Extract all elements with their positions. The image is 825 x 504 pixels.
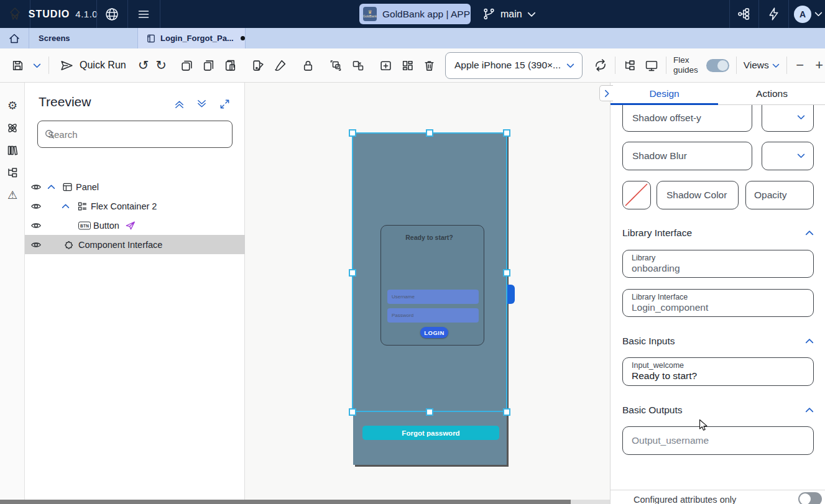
home-tab[interactable] xyxy=(0,28,29,48)
data-model-button[interactable] xyxy=(729,0,758,28)
tab-screens[interactable]: Screens xyxy=(29,28,138,48)
resize-handle-n[interactable] xyxy=(426,129,433,137)
configured-attributes-toggle[interactable] xyxy=(798,492,822,504)
refresh-button[interactable] xyxy=(593,57,608,73)
tree-item-component-interface[interactable]: Component Interface xyxy=(25,235,245,254)
library-books-icon[interactable] xyxy=(6,144,19,157)
paste-button[interactable] xyxy=(223,57,238,73)
save-dropdown-button[interactable] xyxy=(32,57,42,73)
shadow-blur-unit-dropdown[interactable] xyxy=(762,142,814,170)
trash-icon xyxy=(423,59,436,72)
undo-button[interactable]: ↺ xyxy=(138,57,149,73)
resize-handle-ne[interactable] xyxy=(503,129,510,137)
delete-button[interactable] xyxy=(422,57,437,73)
shadow-blur-field[interactable]: Shadow Blur xyxy=(622,142,752,170)
preview-monitor-button[interactable] xyxy=(644,57,659,73)
save-button[interactable] xyxy=(10,57,25,73)
brush-button[interactable] xyxy=(273,57,288,73)
device-selector[interactable]: Apple iPhone 15 (390×... xyxy=(445,52,583,79)
quick-actions-button[interactable] xyxy=(758,0,788,28)
tree-structure-icon[interactable] xyxy=(6,167,19,179)
shadow-color-field[interactable]: Shadow Color xyxy=(657,181,739,209)
horizontal-scrollbar[interactable] xyxy=(0,500,610,504)
button-component-icon: BTN xyxy=(78,221,91,229)
warning-icon[interactable]: ⚠ xyxy=(6,189,19,201)
input-welcome-field[interactable]: Input_welcome Ready to start? xyxy=(622,357,814,386)
chevron-right-icon xyxy=(604,89,610,98)
zoom-in-button[interactable]: + xyxy=(813,57,825,73)
main-menu-button[interactable] xyxy=(127,0,160,28)
output-username-field[interactable]: Output_username xyxy=(622,426,814,455)
collapse-chevron-icon[interactable] xyxy=(47,184,55,190)
collapse-all-button[interactable] xyxy=(173,98,185,110)
component-puzzle-icon xyxy=(64,239,75,250)
shadow-color-swatch[interactable] xyxy=(622,181,651,209)
tab-actions[interactable]: Actions xyxy=(718,83,825,104)
chevron-down-icon xyxy=(772,63,780,68)
tree-item-button[interactable]: BTN Button xyxy=(25,216,245,235)
forgot-password-button[interactable]: Forgot password xyxy=(362,426,499,440)
resize-handle-nw[interactable] xyxy=(349,129,356,137)
copy-button[interactable] xyxy=(201,57,216,73)
globe-button[interactable] xyxy=(96,0,127,28)
zoom-out-button[interactable]: − xyxy=(794,57,806,73)
views-dropdown[interactable]: Views xyxy=(744,60,780,71)
library-interface-field[interactable]: Library Interface Login_component xyxy=(622,289,814,317)
avatar[interactable]: A xyxy=(794,6,811,23)
mouse-cursor xyxy=(699,419,709,432)
tab-design[interactable]: Design xyxy=(611,83,718,104)
opacity-field[interactable]: Opacity xyxy=(745,181,814,209)
lock-button[interactable] xyxy=(301,57,316,73)
no-color-icon xyxy=(623,181,650,208)
tree-item-panel[interactable]: Panel xyxy=(25,177,245,196)
visibility-eye-icon[interactable] xyxy=(30,239,42,250)
panel-collapse-button[interactable] xyxy=(599,85,613,101)
visibility-eye-icon[interactable] xyxy=(30,201,42,212)
horizontal-scrollbar-thumb[interactable] xyxy=(0,500,571,504)
settings-icon[interactable]: ⚙ xyxy=(6,99,19,112)
visibility-eye-icon[interactable] xyxy=(30,181,42,193)
resize-handle-sw[interactable] xyxy=(349,408,356,416)
library-field[interactable]: Library onboarding xyxy=(622,250,814,278)
resize-handle-e[interactable] xyxy=(503,269,510,277)
ungroup-button[interactable] xyxy=(351,57,366,73)
resize-handle-se[interactable] xyxy=(503,408,510,416)
collapse-chevron-icon[interactable] xyxy=(62,203,70,209)
expand-panel-button[interactable] xyxy=(219,98,231,110)
shadow-offset-y-field[interactable]: Shadow offset-y xyxy=(622,105,752,132)
search-input[interactable] xyxy=(37,121,233,148)
redo-button[interactable]: ↻ xyxy=(155,57,167,73)
resize-handle-s[interactable] xyxy=(426,408,433,416)
add-component-button[interactable] xyxy=(379,57,394,73)
shadow-offset-y-unit-dropdown[interactable] xyxy=(762,105,814,132)
screen-tab-bar: Screens Login_Forgot_Pa... xyxy=(0,28,825,48)
flex-guides-toggle[interactable] xyxy=(706,59,729,72)
chevron-down-icon xyxy=(797,153,805,158)
app-selector-pill[interactable]: ♛ GoldBank GoldBank app | APP xyxy=(359,4,471,24)
tree-item-flex-container[interactable]: Flex Container 2 xyxy=(25,196,245,216)
chevron-down-icon xyxy=(527,11,536,17)
account-menu-button[interactable] xyxy=(811,0,825,28)
library-interface-section-header[interactable]: Library Interface xyxy=(622,227,814,239)
expand-all-button[interactable] xyxy=(196,98,208,110)
treeview-toggle-button[interactable] xyxy=(622,57,637,73)
panel-icon xyxy=(62,181,73,192)
basic-outputs-section-header[interactable]: Basic Outputs xyxy=(622,405,814,416)
resize-handle-w[interactable] xyxy=(349,269,356,277)
studio-logo-icon xyxy=(7,7,22,22)
style-painter-button[interactable] xyxy=(251,57,266,73)
basic-inputs-section-header[interactable]: Basic Inputs xyxy=(622,336,814,347)
quick-run-button[interactable]: Quick Run xyxy=(60,59,126,72)
visibility-eye-icon[interactable] xyxy=(30,220,42,231)
duplicate-button[interactable] xyxy=(180,57,195,73)
lock-icon xyxy=(302,59,315,72)
event-send-icon[interactable] xyxy=(125,220,136,231)
tab-login-forgot-page[interactable]: Login_Forgot_Pa... xyxy=(138,28,246,48)
atom-icon[interactable] xyxy=(6,122,19,134)
layout-grid-button[interactable] xyxy=(400,57,415,73)
studio-logo[interactable] xyxy=(0,0,30,28)
branch-selector[interactable]: main xyxy=(482,0,536,28)
group-button[interactable] xyxy=(329,57,344,73)
top-bar: STUDIO 4.1.0 ♛ GoldBank GoldBank app | A… xyxy=(0,0,825,28)
selection-side-tab[interactable] xyxy=(507,285,515,304)
